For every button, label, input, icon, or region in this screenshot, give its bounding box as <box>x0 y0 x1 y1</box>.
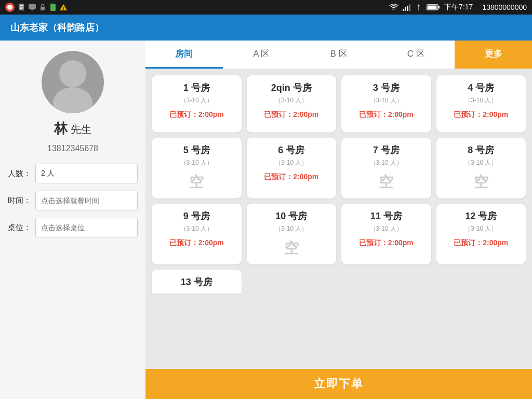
signal-icon <box>403 4 411 11</box>
room-capacity-8: （3-10 人） <box>464 158 497 167</box>
seat-input[interactable] <box>35 218 138 237</box>
room-name-4: 4 号房 <box>468 82 494 94</box>
rooms-container: 1 号房（3-10 人）已预订：2:00pm2qin 号房（3-10 人）已预订… <box>145 69 532 369</box>
room-status-6: 已预订：2:00pm <box>264 172 318 182</box>
svg-rect-7 <box>41 7 45 10</box>
tab-room[interactable]: 房间 <box>145 41 223 69</box>
room-card-2[interactable]: 2qin 号房（3-10 人）已预订：2:00pm <box>247 75 337 132</box>
room-name-3: 3 号房 <box>373 82 400 94</box>
lock-icon <box>38 3 47 11</box>
room-capacity-7: （3-10 人） <box>370 158 403 167</box>
svg-rect-16 <box>438 6 440 9</box>
svg-rect-4 <box>20 8 22 9</box>
room-name-1: 1 号房 <box>183 82 210 94</box>
room-status-8: 空 <box>474 172 488 192</box>
svg-rect-17 <box>428 6 437 9</box>
time-row: 时间： <box>8 191 138 210</box>
app-icon <box>5 3 15 12</box>
room-capacity-6: （3-10 人） <box>275 158 308 167</box>
people-label: 人数： <box>8 169 31 179</box>
room-name-5: 5 号房 <box>183 144 210 156</box>
room-card-7[interactable]: 7 号房（3-10 人）空 <box>341 138 431 198</box>
room-capacity-9: （3-10 人） <box>180 224 213 233</box>
svg-text:!: ! <box>63 7 64 10</box>
room-card-8[interactable]: 8 号房（3-10 人）空 <box>436 138 526 198</box>
room-status-12: 已预订：2:00pm <box>454 238 508 248</box>
room-card-1[interactable]: 1 号房（3-10 人）已预订：2:00pm <box>152 75 242 132</box>
room-card-4[interactable]: 4 号房（3-10 人）已预订：2:00pm <box>436 75 526 132</box>
room-card-12[interactable]: 12 号房（3-10 人）已预订：2:00pm <box>436 204 526 264</box>
booking-form: 人数： 时间： 桌位： <box>8 164 138 245</box>
rooms-grid: 1 号房（3-10 人）已预订：2:00pm2qin 号房（3-10 人）已预订… <box>152 75 526 294</box>
monitor-icon <box>28 3 36 11</box>
room-card-10[interactable]: 10 号房（3-10 人）空 <box>247 204 337 264</box>
store-title: 山东老家（科韵路店） <box>10 21 104 34</box>
right-panel: 房间 A 区 B 区 C 区 更多 1 号房（3-10 人）已预订：2:00pm… <box>145 41 532 399</box>
time-label: 时间： <box>8 196 31 206</box>
room-status-3: 已预订：2:00pm <box>359 110 414 119</box>
room-name-6: 6 号房 <box>278 144 304 156</box>
avatar <box>42 51 104 113</box>
room-name-8: 8 号房 <box>468 144 494 156</box>
room-capacity-4: （3-10 人） <box>464 96 497 105</box>
status-bar: ! 下午7:17 13800000000 <box>0 0 532 15</box>
room-card-6[interactable]: 6 号房（3-10 人）已预订：2:00pm <box>247 138 337 198</box>
svg-point-19 <box>53 87 92 113</box>
time-input[interactable] <box>35 191 138 210</box>
svg-rect-13 <box>407 6 408 11</box>
user-surname: 林 <box>54 121 68 136</box>
room-status-11: 已预订：2:00pm <box>359 238 414 248</box>
seat-row: 桌位： <box>8 218 138 237</box>
svg-rect-12 <box>405 7 406 11</box>
room-card-11[interactable]: 11 号房（3-10 人）已预订：2:00pm <box>341 204 431 264</box>
tabs-bar: 房间 A 区 B 区 C 区 更多 <box>145 41 532 69</box>
tab-more[interactable]: 更多 <box>455 41 532 69</box>
room-card-9[interactable]: 9 号房（3-10 人）已预订：2:00pm <box>152 204 242 264</box>
room-name-2: 2qin 号房 <box>271 82 312 94</box>
room-status-5: 空 <box>189 172 204 192</box>
warning-icon: ! <box>59 3 68 11</box>
user-name: 林 先生 <box>54 119 91 138</box>
order-button[interactable]: 立即下单 <box>145 369 532 399</box>
room-card-3[interactable]: 3 号房（3-10 人）已预订：2:00pm <box>341 75 431 132</box>
room-status-2: 已预订：2:00pm <box>264 110 318 119</box>
svg-rect-3 <box>20 7 23 8</box>
tab-zone-a[interactable]: A 区 <box>223 41 300 69</box>
room-status-10: 空 <box>284 238 299 258</box>
room-card-5[interactable]: 5 号房（3-10 人）空 <box>152 138 242 198</box>
people-input[interactable] <box>35 164 138 183</box>
phone-number: 13800000000 <box>482 3 527 11</box>
tab-zone-b[interactable]: B 区 <box>300 41 378 69</box>
svg-point-18 <box>59 60 86 87</box>
room-name: 13 号房 <box>181 276 212 288</box>
tab-zone-c[interactable]: C 区 <box>377 41 455 69</box>
svg-rect-6 <box>31 9 34 10</box>
svg-rect-8 <box>50 4 56 11</box>
people-row: 人数： <box>8 164 138 183</box>
room-name-10: 10 号房 <box>275 210 307 222</box>
left-panel: 林 先生 13812345678 人数： 时间： 桌位： <box>0 41 145 399</box>
svg-point-0 <box>7 5 12 10</box>
status-right: 下午7:17 13800000000 <box>389 3 527 12</box>
room-capacity-12: （3-10 人） <box>464 224 497 233</box>
order-button-label: 立即下单 <box>314 376 364 392</box>
room-status-1: 已预订：2:00pm <box>169 110 224 119</box>
room-capacity-10: （3-10 人） <box>275 224 308 233</box>
room-status-7: 空 <box>379 172 393 192</box>
time-display: 下午7:17 <box>444 3 473 12</box>
main-content: 林 先生 13812345678 人数： 时间： 桌位： 房间 A 区 B 区 <box>0 41 532 399</box>
phone-icon <box>49 3 57 11</box>
room-name-9: 9 号房 <box>183 210 210 222</box>
svg-rect-14 <box>409 4 410 11</box>
svg-rect-2 <box>20 5 23 6</box>
user-title: 先生 <box>71 124 91 135</box>
room-capacity-1: （3-10 人） <box>180 96 213 105</box>
seat-label: 桌位： <box>8 223 31 233</box>
room-capacity-3: （3-10 人） <box>370 96 403 105</box>
svg-rect-11 <box>403 9 404 11</box>
room-status-9: 已预订：2:00pm <box>169 238 224 248</box>
room-card-partial-13[interactable]: 13 号房 <box>152 270 242 294</box>
app-header: 山东老家（科韵路店） <box>0 15 532 41</box>
svg-rect-5 <box>29 4 36 9</box>
user-phone: 13812345678 <box>47 144 98 153</box>
